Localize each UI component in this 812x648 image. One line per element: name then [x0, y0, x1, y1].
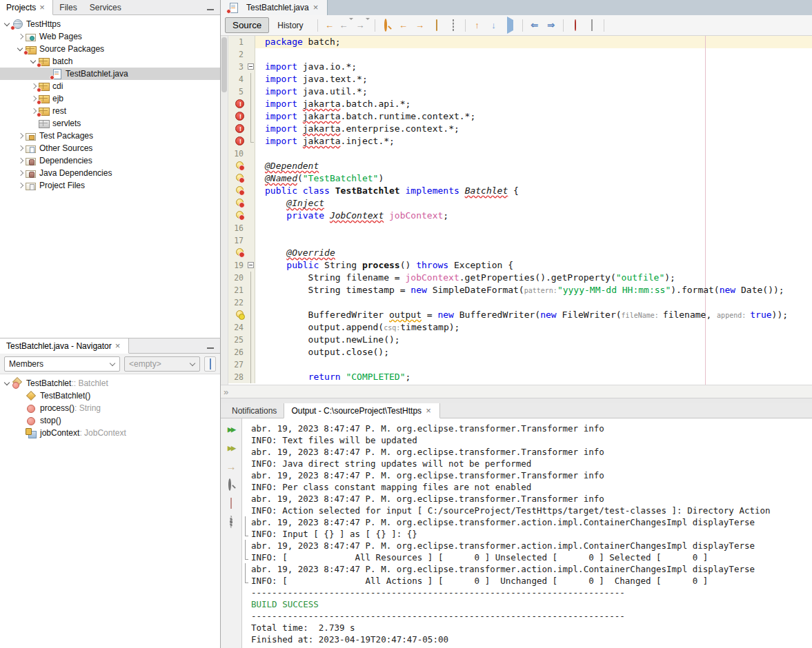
code-line[interactable]: 16 [228, 222, 812, 234]
expander-closed-icon[interactable] [16, 179, 25, 192]
tree-item-ejb[interactable]: ejb [0, 92, 220, 105]
tree-item-java-dependencies[interactable]: Java Dependencies [0, 167, 220, 179]
line-number-gutter[interactable]: 26 [228, 346, 246, 358]
back-button[interactable] [339, 18, 354, 33]
code-line[interactable]: import jakarta.enterprise.context.*; [228, 123, 812, 135]
shift-right-button[interactable] [544, 18, 559, 33]
bulb-error-icon[interactable] [235, 248, 244, 257]
tree-item-rest[interactable]: rest [0, 105, 220, 117]
start-macro-recording-button[interactable] [568, 18, 583, 33]
scrollbar-thumb[interactable] [221, 37, 227, 92]
error-icon[interactable] [235, 112, 244, 121]
tab-projects[interactable]: Projects [0, 0, 53, 15]
tab-files[interactable]: Files [53, 0, 83, 14]
line-number-gutter[interactable]: 20 [228, 272, 246, 284]
line-number-gutter[interactable] [228, 309, 246, 321]
previous-bookmark-button[interactable] [470, 18, 485, 33]
code-line[interactable]: import jakarta.batch.runtime.context.*; [228, 110, 812, 123]
line-number-gutter[interactable] [228, 210, 246, 222]
code-line[interactable]: 3import java.io.*; [228, 61, 812, 73]
code-line[interactable]: @Dependent [228, 160, 812, 172]
rectangular-selection-button[interactable] [446, 18, 461, 33]
expander-closed-icon[interactable] [16, 167, 25, 179]
code-line[interactable]: import jakarta.batch.api.*; [228, 98, 812, 110]
code-line[interactable]: 4import java.text.*; [228, 73, 812, 85]
last-edit-location-button[interactable] [322, 18, 337, 33]
uncomment-button[interactable] [625, 18, 640, 33]
inherited-members-button[interactable] [204, 356, 216, 372]
line-number-gutter[interactable] [228, 110, 246, 123]
output-console[interactable]: abr. 19, 2023 8:47:47 P. M. org.eclipse.… [243, 418, 812, 648]
tree-item-servlets[interactable]: servlets [0, 117, 220, 130]
line-number-gutter[interactable] [228, 197, 246, 210]
code-line[interactable]: 27 [228, 358, 812, 371]
line-number-gutter[interactable]: 24 [228, 321, 246, 334]
next-bookmark-button[interactable] [486, 18, 502, 33]
tree-item-dependencies[interactable]: Dependencies [0, 154, 220, 167]
bulb-error-icon[interactable] [235, 186, 244, 195]
line-number-gutter[interactable]: 25 [228, 334, 246, 346]
stop-macro-recording-button[interactable] [584, 18, 600, 33]
expander-closed-icon[interactable] [16, 30, 25, 43]
line-number-gutter[interactable]: 21 [228, 284, 246, 296]
error-icon[interactable] [235, 136, 244, 145]
expander-closed-icon[interactable] [16, 130, 25, 142]
line-number-gutter[interactable]: 19 [228, 259, 246, 272]
find-previous-button[interactable] [396, 18, 411, 33]
code-line[interactable]: 20 String filename = jobContext.getPrope… [228, 272, 812, 284]
editor-scrollbar[interactable] [221, 36, 228, 385]
tab-notifications[interactable]: Notifications [225, 403, 284, 418]
code-line[interactable]: private JobContext jobContext; [228, 210, 812, 222]
bulb-error-icon[interactable] [235, 174, 244, 183]
code-line[interactable]: @Named("TestBatchlet") [228, 172, 812, 185]
code-line[interactable]: BufferedWriter output = new BufferedWrit… [228, 309, 812, 321]
expander-closed-icon[interactable] [16, 154, 25, 167]
line-number-gutter[interactable]: 10 [228, 148, 246, 160]
tab-navigator[interactable]: TestBatchlet.java - Navigator [0, 338, 129, 354]
fold-collapse-icon[interactable] [248, 63, 254, 70]
code-line[interactable]: 25 output.newLine(); [228, 334, 812, 346]
shift-left-button[interactable] [527, 18, 542, 33]
bulb-error-icon[interactable] [235, 211, 244, 220]
close-icon[interactable] [426, 407, 433, 415]
comment-button[interactable] [608, 18, 624, 33]
members-filter-combobox[interactable]: Members [4, 356, 120, 372]
code-line[interactable]: 26 output.close(); [228, 346, 812, 358]
line-number-gutter[interactable]: 28 [228, 371, 246, 383]
line-number-gutter[interactable] [228, 123, 246, 135]
code-line[interactable]: 5import java.util.*; [228, 85, 812, 98]
code-line[interactable]: public class TestBatchlet implements Bat… [228, 185, 812, 197]
code-line[interactable]: 28 return "COMPLETED"; [228, 371, 812, 383]
bulb-error-icon[interactable] [235, 161, 244, 170]
tree-item-project-files[interactable]: Project Files [0, 179, 220, 192]
rerun-button[interactable] [224, 422, 238, 436]
code-line[interactable]: 22 [228, 296, 812, 309]
line-number-gutter[interactable] [228, 98, 246, 110]
line-number-gutter[interactable]: 27 [228, 358, 246, 371]
line-number-gutter[interactable]: 2 [228, 48, 246, 61]
tree-item-source-packages[interactable]: Source Packages [0, 43, 220, 55]
bulb-warn-icon[interactable] [235, 310, 244, 319]
line-number-gutter[interactable]: 22 [228, 296, 246, 309]
expander-open-icon[interactable] [3, 377, 12, 389]
minimize-icon[interactable] [206, 338, 215, 354]
fold-collapse-icon[interactable] [248, 262, 254, 268]
code-line[interactable]: 2 [228, 48, 812, 61]
tree-item-web-pages[interactable]: Web Pages [0, 30, 220, 43]
tab-services[interactable]: Services [83, 0, 128, 14]
horizontal-splitter[interactable] [221, 398, 812, 403]
line-number-gutter[interactable] [228, 185, 246, 197]
code-line[interactable]: 21 String timestamp = new SimpleDateForm… [228, 284, 812, 296]
line-number-gutter[interactable]: 16 [228, 222, 246, 234]
tree-item-stop[interactable]: stop() [0, 414, 220, 427]
line-number-gutter[interactable] [228, 172, 246, 185]
line-number-gutter[interactable]: 1 [228, 36, 246, 48]
resume-button[interactable] [224, 459, 238, 473]
tree-item-other-sources[interactable]: Other Sources [0, 142, 220, 154]
toggle-bookmark-button[interactable] [503, 18, 518, 33]
error-icon[interactable] [235, 99, 244, 108]
toggle-highlight-button[interactable] [429, 18, 444, 33]
search-button[interactable] [224, 478, 238, 492]
line-number-gutter[interactable]: 3 [228, 61, 246, 73]
line-number-gutter[interactable]: 5 [228, 85, 246, 98]
